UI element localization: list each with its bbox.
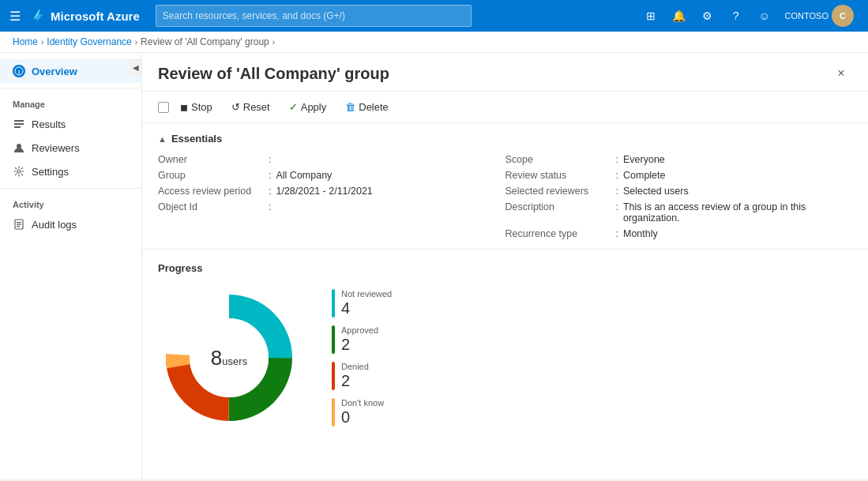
sidebar-divider-1 <box>0 88 141 88</box>
feedback-icon[interactable]: ☺ <box>752 3 777 28</box>
notification-icon[interactable]: 🔔 <box>667 3 692 28</box>
legend-label-approved: Approved <box>341 325 378 335</box>
sidebar-item-overview[interactable]: i Overview <box>0 59 141 83</box>
sidebar-overview-label: Overview <box>32 66 77 77</box>
settings-nav-icon <box>13 165 25 178</box>
essentials-scope-label: Scope <box>505 154 616 165</box>
hamburger-icon[interactable]: ☰ <box>9 9 21 24</box>
overview-icon: i <box>13 65 25 77</box>
donut-total: 8 <box>211 346 222 370</box>
legend-label-denied: Denied <box>341 362 369 371</box>
essentials-reviewers-row: Selected reviewers : Selected users <box>505 186 853 197</box>
legend-item-denied: Denied 2 <box>332 362 392 390</box>
donut-users-label: users <box>222 355 247 367</box>
essentials-status-row: Review status : Complete <box>505 170 853 181</box>
svg-rect-10 <box>17 226 20 227</box>
sidebar-item-audit-logs[interactable]: Audit logs <box>0 212 141 236</box>
svg-point-6 <box>17 170 21 173</box>
legend: Not reviewed 4 Approved 2 <box>332 289 392 427</box>
settings-icon[interactable]: ⚙ <box>695 3 720 28</box>
essentials-period-value: 1/28/2021 - 2/11/2021 <box>276 186 372 197</box>
legend-value-approved: 2 <box>341 335 378 354</box>
essentials-scope-value: Everyone <box>623 154 665 165</box>
breadcrumb-identity-governance[interactable]: Identity Governance <box>47 36 131 47</box>
breadcrumb-home[interactable]: Home <box>13 36 38 47</box>
donut-chart: 8users <box>158 287 300 429</box>
essentials-owner-label: Owner <box>158 154 269 165</box>
essentials-chevron-icon: ▲ <box>158 134 167 144</box>
essentials-recurrence-value: Monthly <box>623 228 658 239</box>
svg-rect-9 <box>17 224 21 225</box>
essentials-left-col: Owner : Group : All Company Access revie… <box>158 154 505 239</box>
legend-value-denied: 2 <box>341 371 369 390</box>
svg-text:i: i <box>18 69 20 76</box>
sidebar: ◀ i Overview Manage Results Reviewers <box>0 53 142 479</box>
essentials-desc-value: This is an access review of a group in t… <box>623 201 852 224</box>
essentials-header[interactable]: ▲ Essentials <box>158 133 852 145</box>
delete-button[interactable]: 🗑 Delete <box>337 98 396 116</box>
breadcrumb-current: Review of 'All Company' group <box>141 36 269 47</box>
delete-icon: 🗑 <box>345 101 355 113</box>
sidebar-audit-logs-label: Audit logs <box>32 219 77 231</box>
topbar: ☰ Microsoft Azure ⊞ 🔔 ⚙ ? ☺ CONTOSO C <box>0 0 868 32</box>
close-button[interactable]: × <box>830 62 852 85</box>
app-name: Microsoft Azure <box>51 9 140 23</box>
sidebar-results-label: Results <box>32 118 66 130</box>
sidebar-settings-label: Settings <box>32 166 69 178</box>
user-account[interactable]: CONTOSO C <box>780 5 859 27</box>
select-all-checkbox[interactable] <box>158 102 169 113</box>
legend-bar-denied <box>332 362 335 390</box>
sidebar-section-activity: Activity <box>0 194 141 212</box>
apply-button[interactable]: ✓ Apply <box>281 98 335 116</box>
stop-icon: ◼ <box>180 102 188 113</box>
svg-rect-4 <box>14 126 21 128</box>
reset-button[interactable]: ↺ Reset <box>224 98 278 116</box>
sidebar-item-results[interactable]: Results <box>0 112 141 136</box>
legend-item-approved: Approved 2 <box>332 325 392 354</box>
help-icon[interactable]: ? <box>723 3 749 28</box>
progress-section: Progress <box>142 250 868 442</box>
stop-button[interactable]: ◼ Stop <box>172 98 220 116</box>
content-area: Review of 'All Company' group × ◼ Stop ↺… <box>142 53 868 479</box>
legend-bar-not-reviewed <box>332 289 335 318</box>
legend-label-not-reviewed: Not reviewed <box>341 289 392 299</box>
app-logo: Microsoft Azure <box>30 8 140 24</box>
global-search-input[interactable] <box>156 5 472 27</box>
sidebar-section-manage: Manage <box>0 93 141 112</box>
essentials-status-label: Review status <box>505 170 616 181</box>
essentials-section: ▲ Essentials Owner : Group : All Company <box>142 123 868 250</box>
breadcrumb-sep-2: › <box>135 38 137 47</box>
essentials-desc-label: Description <box>505 201 616 212</box>
essentials-group-value: All Company <box>276 170 332 181</box>
toolbar: ◼ Stop ↺ Reset ✓ Apply 🗑 Delete <box>142 92 868 123</box>
essentials-reviewers-value: Selected users <box>623 186 689 197</box>
svg-rect-3 <box>14 123 24 125</box>
results-icon <box>13 118 25 130</box>
reset-icon: ↺ <box>231 101 240 113</box>
essentials-scope-row: Scope : Everyone <box>505 154 853 165</box>
sidebar-item-settings[interactable]: Settings <box>0 160 141 183</box>
legend-item-dontknow: Don't know 0 <box>332 398 392 427</box>
sidebar-reviewers-label: Reviewers <box>32 142 80 154</box>
azure-logo-icon <box>30 8 46 24</box>
avatar: C <box>832 5 854 27</box>
progress-title: Progress <box>158 262 852 274</box>
topbar-actions: ⊞ 🔔 ⚙ ? ☺ CONTOSO C <box>638 3 859 28</box>
essentials-grid: Owner : Group : All Company Access revie… <box>158 154 852 239</box>
legend-bar-approved <box>332 325 335 354</box>
user-label: CONTOSO <box>785 11 829 21</box>
breadcrumb-sep-1: › <box>41 38 43 47</box>
reviewers-icon <box>13 141 25 154</box>
essentials-recurrence-row: Recurrence type : Monthly <box>505 228 853 239</box>
essentials-owner-row: Owner : <box>158 154 505 165</box>
apply-icon: ✓ <box>289 101 298 113</box>
sidebar-collapse-btn[interactable]: ◀ <box>130 59 142 75</box>
content-header: Review of 'All Company' group × <box>142 53 868 92</box>
portal-icon[interactable]: ⊞ <box>638 3 663 28</box>
legend-value-dontknow: 0 <box>341 408 384 427</box>
donut-label: 8users <box>211 348 247 368</box>
progress-content: 8users Not reviewed 4 <box>158 287 852 429</box>
sidebar-item-reviewers[interactable]: Reviewers <box>0 136 141 160</box>
sidebar-divider-2 <box>0 188 141 189</box>
essentials-recurrence-label: Recurrence type <box>505 228 616 239</box>
